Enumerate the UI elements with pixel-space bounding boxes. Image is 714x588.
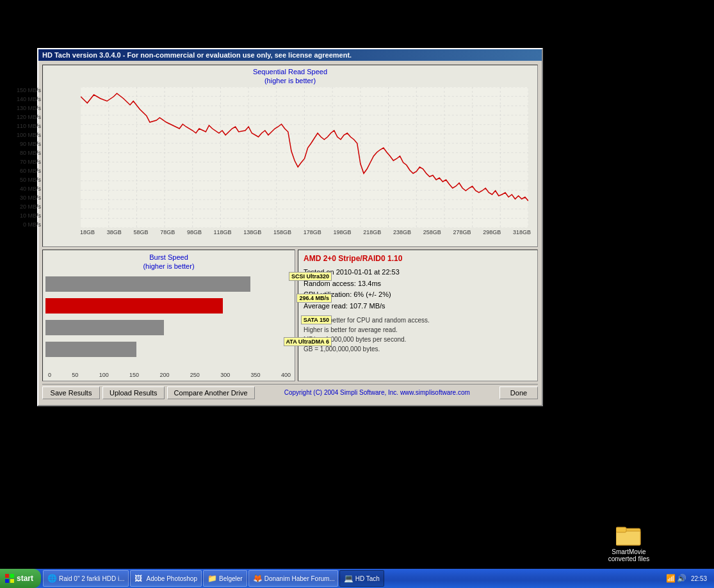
svg-rect-39 bbox=[10, 579, 14, 583]
system-tray: 📶 🔊 22:53 bbox=[662, 574, 714, 583]
taskbar-icon-raid: 🌐 bbox=[47, 574, 56, 583]
svg-rect-34 bbox=[616, 531, 640, 545]
bar-row-ata: ATA UltraDMA 6 bbox=[45, 340, 292, 358]
window-title: HD Tach version 3.0.4.0 - For non-commer… bbox=[42, 51, 352, 59]
seq-chart-title: Sequential Read Speed (higher is better) bbox=[43, 65, 537, 87]
seq-chart-inner bbox=[81, 87, 528, 228]
start-button[interactable]: start bbox=[0, 569, 41, 588]
desktop-icon-label-line1: SmartMovie bbox=[606, 548, 651, 555]
seq-chart-svg bbox=[81, 87, 528, 228]
bar-row-sata: SATA 150 bbox=[45, 319, 292, 337]
bar-row-current: 296.4 MB/s bbox=[45, 297, 292, 315]
title-bar: HD Tach version 3.0.4.0 - For non-commer… bbox=[38, 49, 542, 61]
compare-drive-button[interactable]: Compare Another Drive bbox=[167, 386, 255, 399]
window-content: Sequential Read Speed (higher is better)… bbox=[38, 61, 542, 405]
desktop-icon-label-line2: converted files bbox=[606, 555, 651, 562]
taskbar-icon-photoshop: 🖼 bbox=[134, 574, 143, 583]
info-text: Tested on 2010-01-01 at 22:53 Random acc… bbox=[304, 267, 532, 312]
tray-network-icon: 📶 bbox=[666, 574, 675, 583]
desktop-icon-smartmovie[interactable]: SmartMovie converted files bbox=[606, 523, 651, 562]
taskbar-item-raid[interactable]: 🌐 Raid 0" 2 farkli HDD i... bbox=[43, 570, 129, 587]
taskbar-label-donanim: Donanim Haber Forum... bbox=[264, 575, 335, 582]
taskbar: start 🌐 Raid 0" 2 farkli HDD i... 🖼 Adob… bbox=[0, 569, 714, 588]
taskbar-item-donanim[interactable]: 🦊 Donanim Haber Forum... bbox=[248, 570, 338, 587]
seq-chart-area: Sequential Read Speed (higher is better)… bbox=[42, 65, 538, 247]
svg-rect-36 bbox=[5, 574, 9, 578]
bar-label-ata: ATA UltraDMA 6 bbox=[284, 337, 332, 346]
svg-rect-37 bbox=[10, 574, 14, 578]
button-bar: Save Results Upload Results Compare Anot… bbox=[42, 384, 538, 401]
bar-row-scsi: SCSI Ultra320 bbox=[45, 275, 292, 293]
main-window: HD Tach version 3.0.4.0 - For non-commer… bbox=[37, 48, 543, 406]
burst-bar-chart: SCSI Ultra320 296.4 MB/s SATA 150 bbox=[45, 275, 292, 368]
system-clock: 22:53 bbox=[688, 575, 710, 582]
info-notes: Lower is better for CPU and random acces… bbox=[304, 315, 532, 354]
taskbar-label-photoshop: Adobe Photoshop bbox=[146, 575, 197, 582]
folder-icon bbox=[616, 523, 642, 546]
copyright-text: Copyright (C) 2004 Simpli Software, Inc.… bbox=[257, 389, 497, 396]
svg-rect-38 bbox=[5, 579, 9, 583]
taskbar-items: 🌐 Raid 0" 2 farkli HDD i... 🖼 Adobe Phot… bbox=[41, 569, 662, 588]
svg-rect-35 bbox=[616, 527, 626, 532]
taskbar-item-belgeler[interactable]: 📁 Belgeler bbox=[203, 570, 247, 587]
save-results-button[interactable]: Save Results bbox=[42, 386, 100, 399]
x-axis-labels: 18GB 38GB 58GB 78GB 98GB 118GB 138GB 158… bbox=[80, 229, 531, 235]
taskbar-item-hdtach[interactable]: 💻 HD Tach bbox=[339, 570, 384, 587]
bar-label-scsi: SCSI Ultra320 bbox=[289, 272, 332, 281]
taskbar-icon-belgeler: 📁 bbox=[207, 574, 216, 583]
taskbar-label-belgeler: Belgeler bbox=[219, 575, 243, 582]
taskbar-label-raid: Raid 0" 2 farkli HDD i... bbox=[59, 575, 124, 582]
bottom-panels: Burst Speed (higher is better) SCSI Ultr… bbox=[42, 250, 538, 381]
tray-volume-icon: 🔊 bbox=[677, 574, 686, 583]
done-button[interactable]: Done bbox=[499, 386, 538, 399]
taskbar-icon-donanim: 🦊 bbox=[253, 574, 262, 583]
y-axis-labels: 150 MB/s 140 MB/s 130 MB/s 120 MB/s 110 … bbox=[10, 87, 44, 228]
tray-icons: 📶 🔊 bbox=[666, 574, 686, 583]
burst-title: Burst Speed (higher is better) bbox=[45, 253, 292, 271]
bar-label-current: 296.4 MB/s bbox=[296, 294, 332, 303]
taskbar-icon-hdtach: 💻 bbox=[344, 574, 353, 583]
info-title: AMD 2+0 Stripe/RAID0 1.10 bbox=[304, 254, 532, 263]
burst-x-labels: 0 50 100 150 200 250 300 350 400 bbox=[47, 372, 292, 378]
bar-label-sata: SATA 150 bbox=[301, 315, 332, 324]
taskbar-label-hdtach: HD Tach bbox=[355, 575, 380, 582]
upload-results-button[interactable]: Upload Results bbox=[102, 386, 165, 399]
burst-panel: Burst Speed (higher is better) SCSI Ultr… bbox=[42, 250, 295, 381]
info-panel: AMD 2+0 Stripe/RAID0 1.10 Tested on 2010… bbox=[298, 250, 538, 381]
windows-icon bbox=[5, 574, 14, 583]
taskbar-item-photoshop[interactable]: 🖼 Adobe Photoshop bbox=[130, 570, 202, 587]
